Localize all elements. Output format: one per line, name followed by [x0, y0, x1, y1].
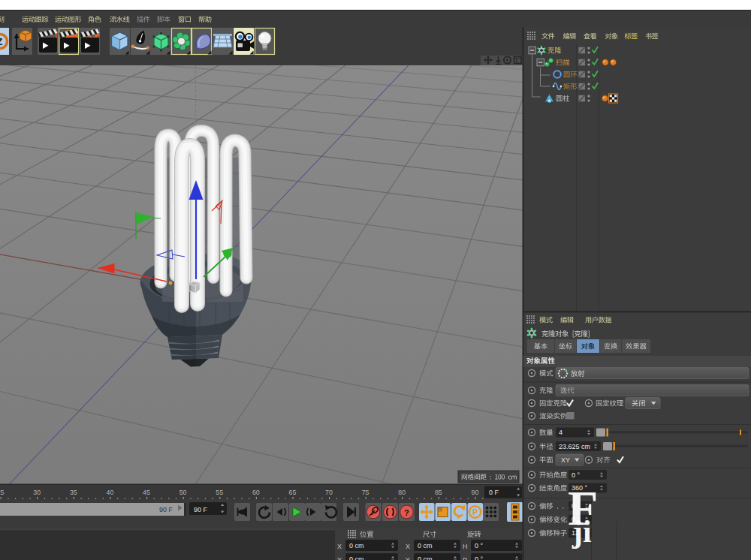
svg-text:?: ? [404, 508, 409, 517]
svg-text:0 cm: 0 cm [349, 542, 364, 549]
svg-text:75: 75 [362, 489, 369, 496]
svg-text:0 °: 0 ° [475, 555, 484, 560]
svg-text:Y: Y [337, 556, 342, 560]
svg-text:90 F: 90 F [159, 506, 173, 513]
svg-text:40: 40 [107, 489, 114, 496]
svg-text:0 cm: 0 cm [418, 542, 433, 549]
svg-text:0 cm: 0 cm [349, 555, 364, 560]
svg-text:XY: XY [561, 456, 570, 464]
svg-text:90 F: 90 F [194, 506, 208, 513]
svg-text:X: X [406, 543, 410, 550]
svg-text:0 °: 0 ° [572, 471, 581, 479]
svg-text:65: 65 [289, 489, 297, 496]
svg-text:H: H [463, 543, 468, 550]
svg-text:ji: ji [572, 514, 592, 549]
svg-text:30: 30 [33, 489, 41, 496]
svg-text:0 °: 0 ° [475, 542, 484, 549]
svg-text:70: 70 [325, 489, 333, 496]
svg-text:25: 25 [0, 489, 5, 496]
svg-text:Y: Y [406, 556, 410, 560]
svg-text:90: 90 [472, 489, 479, 496]
svg-text:60: 60 [252, 489, 260, 496]
svg-text:4: 4 [559, 429, 562, 436]
svg-text:0 cm: 0 cm [418, 555, 433, 560]
svg-text:35: 35 [70, 489, 77, 496]
svg-text:X: X [337, 543, 342, 550]
svg-text:P: P [463, 556, 467, 560]
svg-text:80: 80 [398, 489, 406, 496]
svg-text:0 F: 0 F [489, 489, 499, 496]
svg-text:55: 55 [216, 489, 223, 496]
svg-text:23.625 cm: 23.625 cm [559, 443, 590, 450]
svg-text:45: 45 [143, 489, 150, 496]
svg-text:P: P [472, 508, 478, 516]
svg-text:50: 50 [179, 489, 187, 496]
svg-text:85: 85 [435, 489, 442, 496]
svg-text:Z: Z [0, 36, 3, 47]
